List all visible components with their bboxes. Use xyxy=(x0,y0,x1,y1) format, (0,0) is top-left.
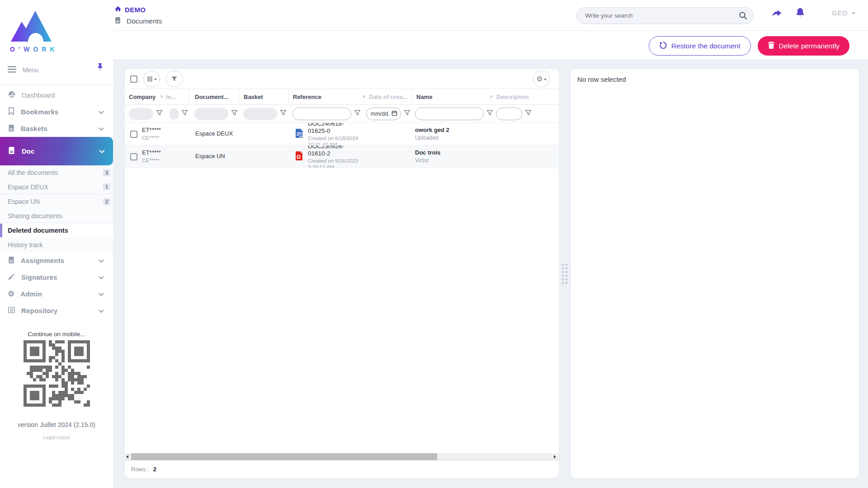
column-header-description[interactable]: Description xyxy=(489,89,559,104)
funnel-icon[interactable] xyxy=(354,110,361,118)
header-divider xyxy=(91,30,868,31)
filter-input-in[interactable] xyxy=(170,108,179,120)
book-icon xyxy=(8,146,15,156)
name-sub-value: Uploaded xyxy=(415,135,449,141)
sidebar-item-label: Dashboard xyxy=(22,91,55,99)
sidebar-item-dashboard[interactable]: Dashboard xyxy=(0,87,113,103)
column-header-name[interactable]: Name xyxy=(411,89,489,104)
table-row[interactable]: ET***** CE***** Espace DEUX w DOC240618 xyxy=(125,123,559,145)
account-menu[interactable]: GED xyxy=(832,9,855,17)
documents-table-card: ⚙ Company In... Document... Basket Refer… xyxy=(125,69,559,478)
table-body: ET***** CE***** Espace DEUX w DOC240618 xyxy=(125,123,559,168)
date-placeholder: mm/dd. xyxy=(371,111,390,117)
funnel-icon[interactable] xyxy=(181,110,188,118)
app-logo[interactable]: O'WORK xyxy=(0,0,113,55)
breadcrumb-page: Documents xyxy=(114,17,162,26)
column-header-date[interactable]: Date of crea... xyxy=(362,89,411,104)
expand-column-icon[interactable] xyxy=(363,94,366,99)
funnel-icon[interactable] xyxy=(156,110,163,118)
filter-input-document[interactable] xyxy=(194,108,228,120)
chevron-down-icon xyxy=(154,79,157,80)
sidebar-subitem[interactable]: Sharing documents xyxy=(0,209,113,223)
table-row[interactable]: ET***** CE***** Espace UN Ω DOC230926-0 xyxy=(125,145,559,168)
breadcrumb-app[interactable]: DEMO xyxy=(114,5,162,14)
book-icon xyxy=(8,256,15,265)
select-all-checkbox[interactable] xyxy=(130,75,137,83)
sidebar-item-label: Doc xyxy=(22,147,34,155)
expand-column-icon[interactable] xyxy=(490,94,494,99)
filter-input-name[interactable] xyxy=(415,108,484,120)
expand-column-icon[interactable] xyxy=(160,94,164,99)
funnel-icon[interactable] xyxy=(280,110,287,118)
share-icon[interactable] xyxy=(771,8,783,20)
document-space-value: Espace DEUX xyxy=(195,131,233,137)
sidebar-subitem[interactable]: History track xyxy=(0,238,113,252)
sidebar-subitem[interactable]: All the documents 3 xyxy=(0,165,113,180)
filter-input-description[interactable] xyxy=(496,108,522,120)
filter-input-company[interactable] xyxy=(129,108,153,120)
scroll-right-arrow-icon[interactable] xyxy=(554,455,556,459)
app-window: DEMO Documents GED Restore the document xyxy=(0,0,868,488)
notifications-bell-icon[interactable] xyxy=(795,7,806,20)
panel-resize-handle[interactable] xyxy=(562,264,567,284)
sidebar-subitem[interactable]: Espace UN 2 xyxy=(0,194,113,209)
calendar-icon[interactable] xyxy=(392,110,397,117)
filter-input-basket[interactable] xyxy=(243,108,277,120)
trash-icon xyxy=(768,41,775,51)
table-empty-space xyxy=(125,168,559,453)
sidebar-item-repository[interactable]: Repository xyxy=(0,302,113,319)
column-header-basket[interactable]: Basket xyxy=(239,89,288,104)
name-value: owork ged 2 xyxy=(415,127,449,134)
legal-notice-link[interactable]: Legal notice xyxy=(0,435,113,440)
pdf-file-icon: Ω xyxy=(295,151,304,163)
filter-input-date[interactable]: mm/dd. xyxy=(366,108,401,120)
search-icon[interactable] xyxy=(739,11,747,22)
sidebar-item-assignments[interactable]: Assignments xyxy=(0,252,113,269)
sidebar-subitem-label: Espace DEUX xyxy=(8,183,48,191)
search-input[interactable] xyxy=(576,7,754,24)
sidebar-item-label: Baskets xyxy=(21,125,47,132)
filter-input-reference[interactable] xyxy=(292,108,351,120)
scroll-left-arrow-icon[interactable] xyxy=(126,455,128,459)
delete-permanently-button[interactable]: Delete permanently xyxy=(758,36,849,56)
sidebar-item-bookmarks[interactable]: Bookmarks xyxy=(0,103,113,120)
sidebar-subitem-label: Sharing documents xyxy=(8,212,62,220)
chevron-down-icon xyxy=(99,108,104,116)
sidebar-item-signatures[interactable]: Signatures xyxy=(0,269,113,286)
columns-button[interactable] xyxy=(143,70,160,87)
horizontal-scrollbar[interactable] xyxy=(125,453,559,460)
funnel-icon[interactable] xyxy=(525,110,532,118)
column-header-document[interactable]: Document... xyxy=(189,89,239,104)
sidebar-subitem-label: Espace UN xyxy=(8,198,40,205)
menu-toggle[interactable]: Menu xyxy=(0,55,113,80)
filter-button[interactable] xyxy=(166,70,183,87)
sidebar-item-label: Admin xyxy=(20,290,42,298)
sidebar-subitem[interactable]: Deleted documents xyxy=(0,223,113,238)
chevron-down-icon xyxy=(99,147,105,155)
sidebar-item-baskets[interactable]: Baskets xyxy=(0,120,113,137)
word-file-icon: w xyxy=(295,128,304,140)
sidebar-item-admin[interactable]: ⚙ Admin xyxy=(0,286,113,302)
column-header-reference[interactable]: Reference xyxy=(288,89,362,104)
chevron-down-icon xyxy=(99,257,104,264)
row-checkbox[interactable] xyxy=(130,153,137,160)
scrollbar-thumb[interactable] xyxy=(131,453,437,460)
sidebar-item-doc-active[interactable]: Doc xyxy=(0,137,113,165)
pin-icon[interactable] xyxy=(97,63,104,71)
funnel-icon[interactable] xyxy=(404,110,410,118)
sidebar-item-label: Repository xyxy=(21,307,57,314)
table-settings-button[interactable]: ⚙ xyxy=(533,70,550,87)
reference-value[interactable]: DOC230926-01610-2 xyxy=(308,145,362,157)
doc-submenu: All the documents 3 Espace DEUX 1 Espace… xyxy=(0,165,113,252)
rows-label: Rows : xyxy=(131,466,149,473)
row-checkbox[interactable] xyxy=(130,131,137,138)
column-header-in[interactable]: In... xyxy=(165,89,189,104)
restore-document-button[interactable]: Restore the document xyxy=(649,36,751,56)
sidebar-subitem[interactable]: Espace DEUX 1 xyxy=(0,180,113,194)
sidebar-item-label: Signatures xyxy=(21,273,57,281)
chevron-down-icon xyxy=(99,273,104,281)
funnel-icon[interactable] xyxy=(231,110,238,118)
column-header-company[interactable]: Company xyxy=(125,89,165,104)
svg-text:Ω: Ω xyxy=(297,154,301,159)
reference-value[interactable]: DOC240618-01625-0 xyxy=(308,123,362,134)
